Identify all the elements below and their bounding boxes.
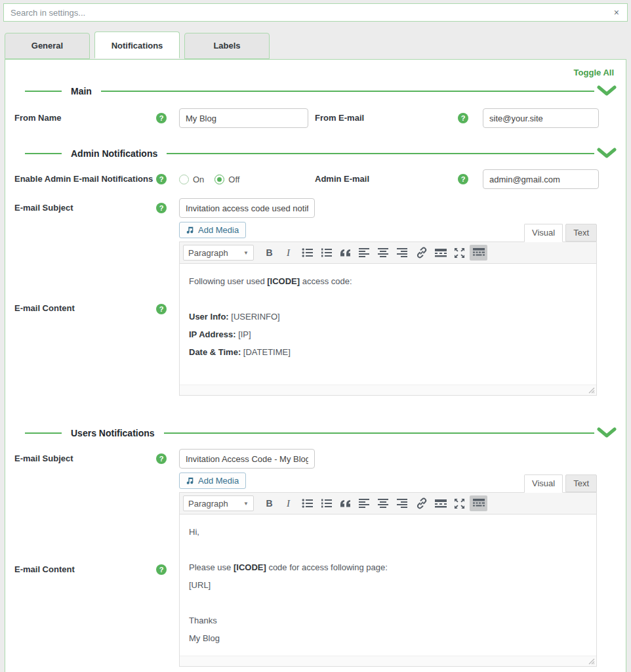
add-media-button[interactable]: Add Media [179, 222, 246, 238]
section-divider-line [101, 91, 594, 92]
users-content-label: E-mail Content [14, 564, 156, 575]
align-left-button[interactable] [356, 245, 373, 261]
section-divider-line [25, 432, 62, 434]
radio-on[interactable] [179, 175, 189, 184]
add-media-label: Add Media [198, 225, 239, 235]
section-divider-line [25, 91, 62, 92]
help-icon[interactable]: ? [156, 113, 167, 123]
section-title: Admin Notifications [71, 148, 157, 159]
users-email-editor: Add Media Visual Text Paragraph ▼ B I [179, 472, 597, 667]
section-header-admin-notifications: Admin Notifications [14, 148, 617, 159]
bold-button[interactable]: B [260, 495, 278, 511]
fullscreen-button[interactable] [451, 495, 468, 511]
enable-admin-radio-group: On Off [179, 175, 246, 184]
from-email-input[interactable] [483, 108, 599, 128]
chevron-down-icon: ▼ [243, 501, 249, 507]
section-divider-line [25, 153, 62, 154]
settings-search-bar: × [3, 3, 628, 22]
bullet-list-button[interactable] [298, 245, 316, 261]
editor-toolbar: Paragraph ▼ B I [180, 242, 596, 264]
section-divider-line [167, 153, 594, 154]
admin-email-label: Admin E-mail [315, 174, 458, 184]
editor-content-area[interactable]: Hi, Please use [ICODE] code for access f… [180, 514, 596, 656]
add-media-button[interactable]: Add Media [179, 472, 246, 489]
enable-admin-notifications-label: Enable Admin E-mail Notifications [14, 174, 156, 184]
users-subject-input[interactable] [179, 449, 315, 469]
align-center-button[interactable] [375, 495, 392, 511]
align-left-button[interactable] [356, 495, 373, 511]
numbered-list-button[interactable] [317, 245, 335, 261]
help-icon[interactable]: ? [156, 174, 167, 184]
toolbar-toggle-button[interactable] [470, 495, 487, 511]
collapse-chevron-icon[interactable] [597, 427, 617, 438]
fullscreen-button[interactable] [451, 245, 468, 261]
radio-on-label: On [193, 175, 204, 184]
read-more-button[interactable] [432, 245, 449, 261]
section-title: Main [71, 86, 92, 96]
editor-content-area[interactable]: Following user used [ICODE] access code:… [180, 264, 596, 385]
radio-off[interactable] [214, 175, 224, 184]
admin-content-label: E-mail Content [14, 303, 156, 314]
from-name-input[interactable] [179, 108, 308, 128]
section-header-users-notifications: Users Notifications [14, 427, 617, 438]
help-icon[interactable]: ? [156, 203, 167, 213]
media-note-icon [185, 226, 195, 235]
chevron-down-icon: ▼ [243, 250, 249, 256]
admin-subject-input[interactable] [179, 198, 315, 218]
help-icon[interactable]: ? [156, 453, 167, 464]
section-title: Users Notifications [71, 428, 155, 438]
add-media-label: Add Media [198, 476, 239, 486]
help-icon[interactable]: ? [156, 304, 167, 314]
media-note-icon [185, 476, 195, 486]
editor-status-bar [180, 656, 596, 666]
admin-email-input[interactable] [483, 169, 599, 189]
bullet-list-button[interactable] [298, 495, 316, 511]
editor-status-bar [180, 385, 596, 395]
italic-button[interactable]: I [279, 245, 297, 261]
tab-notifications[interactable]: Notifications [94, 32, 180, 58]
editor-toolbar: Paragraph ▼ B I [180, 493, 596, 514]
align-right-button[interactable] [394, 495, 411, 511]
paragraph-dropdown[interactable]: Paragraph ▼ [183, 245, 254, 261]
align-center-button[interactable] [375, 245, 392, 261]
section-divider-line [164, 432, 594, 434]
editor-text-tab[interactable]: Text [565, 474, 597, 492]
settings-tabs: General Notifications Labels [5, 33, 626, 59]
bold-button[interactable]: B [260, 245, 278, 261]
users-subject-label: E-mail Subject [14, 453, 156, 464]
close-icon[interactable]: × [613, 7, 621, 18]
from-name-label: From Name [14, 113, 156, 123]
blockquote-button[interactable] [336, 495, 354, 511]
tab-general[interactable]: General [5, 33, 90, 59]
numbered-list-button[interactable] [317, 495, 335, 511]
admin-subject-label: E-mail Subject [14, 203, 156, 213]
link-icon[interactable] [413, 245, 430, 261]
editor-text-tab[interactable]: Text [565, 224, 597, 242]
section-header-main: Main [14, 85, 617, 96]
editor-visual-tab[interactable]: Visual [524, 474, 563, 493]
collapse-chevron-icon[interactable] [597, 148, 617, 159]
help-icon[interactable]: ? [156, 564, 167, 575]
search-input[interactable] [10, 8, 613, 18]
from-email-label: From E-mail [315, 113, 458, 123]
help-icon[interactable]: ? [458, 113, 468, 123]
notifications-panel: Toggle All Main From Name ? From E-mail … [5, 59, 626, 672]
paragraph-dropdown[interactable]: Paragraph ▼ [183, 495, 254, 511]
italic-button[interactable]: I [279, 495, 297, 511]
tab-labels[interactable]: Labels [184, 33, 270, 59]
collapse-chevron-icon[interactable] [597, 85, 617, 96]
resize-grip-icon[interactable] [588, 387, 595, 394]
help-icon[interactable]: ? [458, 174, 468, 184]
resize-grip-icon[interactable] [588, 658, 595, 665]
align-right-button[interactable] [394, 245, 411, 261]
paragraph-dropdown-label: Paragraph [188, 499, 228, 509]
toolbar-toggle-button[interactable] [470, 245, 487, 261]
admin-email-editor: Add Media Visual Text Paragraph ▼ B I [179, 222, 597, 396]
read-more-button[interactable] [432, 495, 449, 511]
blockquote-button[interactable] [336, 245, 354, 261]
editor-visual-tab[interactable]: Visual [524, 224, 563, 242]
paragraph-dropdown-label: Paragraph [188, 248, 228, 258]
radio-off-label: Off [228, 175, 239, 184]
link-icon[interactable] [413, 495, 430, 511]
toggle-all-link[interactable]: Toggle All [574, 68, 614, 77]
